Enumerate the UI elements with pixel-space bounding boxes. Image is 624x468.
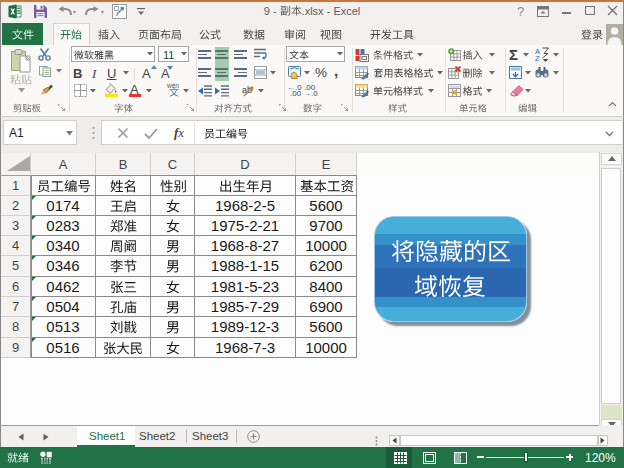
svg-text:Z: Z xyxy=(535,54,540,62)
